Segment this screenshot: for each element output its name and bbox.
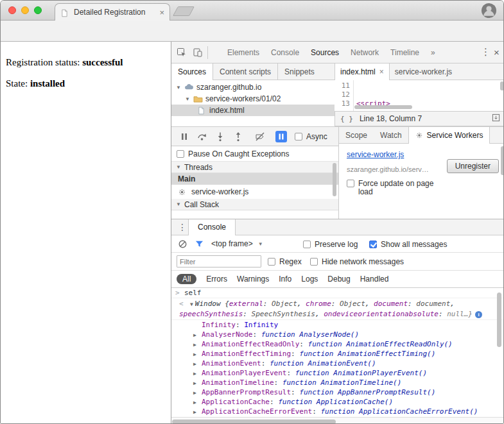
step-out-icon[interactable] (233, 131, 243, 142)
threads-section-header[interactable]: ▼ Threads (171, 162, 338, 173)
sidebar-scrollbar[interactable] (500, 145, 504, 216)
inspect-element-icon[interactable] (177, 47, 187, 58)
level-debug[interactable]: Debug (327, 275, 350, 284)
device-toolbar-icon[interactable] (193, 47, 203, 58)
object-property-row[interactable]: ▶AnimationEvent: function AnimationEvent… (171, 359, 504, 368)
object-property-row[interactable]: ▶AnimationTimeline: function AnimationTi… (171, 378, 504, 387)
devtools-close-icon[interactable]: × (494, 47, 500, 58)
level-logs[interactable]: Logs (301, 275, 318, 284)
file-tab-service-worker[interactable]: service-worker.js (390, 64, 457, 80)
pause-script-icon[interactable] (179, 131, 189, 142)
editor-vertical-scrollbar[interactable] (500, 81, 504, 103)
tree-item-folder[interactable]: ▼ service-workers/01/02 (171, 93, 335, 105)
collapse-triangle-icon[interactable]: ▼ (175, 201, 182, 207)
level-info[interactable]: Info (279, 275, 291, 284)
object-property-row[interactable]: ▶AnimationPlayerEvent: function Animatio… (171, 368, 504, 378)
object-property-row[interactable]: ▶AnimationEffectTiming: function Animati… (171, 349, 504, 359)
preserve-log-checkbox[interactable] (303, 241, 311, 248)
tree-item-file-selected[interactable]: index.html (171, 105, 335, 116)
force-update-checkbox[interactable] (347, 180, 354, 187)
expand-triangle-icon[interactable]: ▶ (193, 330, 202, 340)
browser-tab[interactable]: Detailed Registration × (55, 3, 170, 21)
hide-network-checkbox[interactable] (310, 258, 318, 266)
expand-triangle-icon[interactable]: ▶ (193, 359, 202, 369)
tree-item-origin[interactable]: ▼ szaranger.github.io (171, 81, 335, 93)
console-output[interactable]: >self <▼Window {external: Object, chrome… (171, 288, 504, 417)
step-over-icon[interactable] (197, 131, 207, 142)
frame-context-select[interactable]: <top frame> ▼ (211, 239, 263, 248)
tab-console[interactable]: Console (265, 48, 305, 57)
info-icon[interactable]: i (475, 311, 482, 318)
force-update-label: Force update on page load (358, 180, 434, 196)
console-vertical-scrollbar[interactable] (496, 290, 502, 415)
object-property-row[interactable]: ▶ApplicationCache: function ApplicationC… (171, 397, 504, 407)
regex-checkbox[interactable] (268, 258, 275, 266)
level-errors[interactable]: Errors (206, 275, 227, 284)
expand-triangle-icon[interactable]: ▶ (193, 369, 202, 378)
pause-on-exceptions-icon[interactable] (275, 131, 287, 142)
tab-timeline[interactable]: Timeline (385, 48, 425, 57)
level-handled[interactable]: Handled (360, 275, 389, 284)
devtools-menu-icon[interactable]: ⋮ (481, 46, 491, 58)
async-checkbox-row: Async (295, 132, 327, 141)
object-property-row[interactable]: ▶AnalyserNode: function AnalyserNode() (171, 330, 504, 339)
object-property-row[interactable]: ▶AppBannerPromptResult: function AppBann… (171, 387, 504, 397)
collapse-triangle-icon[interactable]: ▼ (188, 301, 195, 307)
call-stack-section-header[interactable]: ▼ Call Stack (171, 199, 338, 210)
tab-network[interactable]: Network (345, 48, 385, 57)
sidebar-tab-watch[interactable]: Watch (374, 127, 408, 143)
sidebar-tab-scope[interactable]: Scope (339, 127, 374, 143)
tab-sources[interactable]: Sources (305, 48, 345, 57)
service-worker-link[interactable]: service-worker.js (347, 150, 404, 159)
collapse-triangle-icon[interactable]: ▼ (175, 164, 182, 170)
zoom-window-button[interactable] (34, 6, 42, 14)
expand-triangle-icon[interactable]: ▶ (193, 388, 202, 398)
expand-triangle-icon[interactable]: ▶ (193, 378, 202, 388)
editor-horizontal-scrollbar[interactable] (354, 105, 499, 110)
object-property-row[interactable]: Infinity: Infinity (171, 320, 504, 330)
debugger-scrollbar[interactable] (332, 127, 337, 219)
tab-elements[interactable]: Elements (222, 48, 265, 57)
navigator-tab-content-scripts[interactable]: Content scripts (213, 64, 278, 80)
drawer-menu-icon[interactable]: ⋮ (178, 222, 187, 232)
regex-label: Regex (279, 257, 302, 266)
thread-worker-row[interactable]: service-worker.js (171, 185, 338, 199)
deactivate-breakpoints-icon[interactable] (255, 131, 265, 142)
expand-triangle-icon[interactable]: ▶ (193, 340, 202, 350)
pretty-print-icon[interactable]: { } (340, 115, 353, 123)
filter-funnel-icon[interactable] (195, 239, 204, 249)
expand-triangle-icon[interactable]: ▼ (175, 85, 182, 90)
close-window-button[interactable] (8, 6, 16, 14)
sidebar-tab-service-workers[interactable]: Service Workers (408, 127, 491, 144)
navigator-tab-snippets[interactable]: Snippets (278, 64, 321, 80)
tab-close-icon[interactable]: × (159, 8, 164, 17)
thread-main-row[interactable]: Main (171, 173, 338, 185)
console-horizontal-scrollbar[interactable] (171, 417, 504, 424)
code-editor[interactable]: 11 12 13 <script> function printState(st… (335, 80, 504, 111)
expand-triangle-icon[interactable]: ▼ (184, 96, 191, 102)
object-property-row[interactable]: ▶AnimationEffectReadOnly: function Anima… (171, 339, 504, 349)
new-tab-button[interactable] (173, 6, 195, 16)
expand-triangle-icon[interactable]: ▶ (193, 407, 202, 417)
panel-toggle-icon[interactable] (492, 114, 500, 124)
file-tab-index-html[interactable]: index.html × (335, 64, 390, 80)
expand-triangle-icon[interactable]: ▶ (193, 398, 202, 407)
clear-console-icon[interactable] (178, 239, 187, 249)
file-tab-close-icon[interactable]: × (379, 67, 384, 76)
show-all-messages-checkbox[interactable] (369, 241, 377, 248)
pause-caught-checkbox[interactable] (177, 150, 184, 158)
level-warnings[interactable]: Warnings (237, 275, 269, 284)
async-checkbox[interactable] (295, 133, 302, 140)
debugger-controls: Async (171, 127, 338, 146)
level-all[interactable]: All (177, 274, 196, 284)
expand-triangle-icon[interactable]: ▶ (193, 350, 202, 359)
tabs-overflow-chevron[interactable]: » (425, 48, 441, 57)
object-property-row[interactable]: ▶ApplicationCacheErrorEvent: function Ap… (171, 407, 504, 416)
minimize-window-button[interactable] (21, 6, 29, 14)
profile-avatar-icon[interactable] (481, 3, 497, 19)
navigator-tab-sources[interactable]: Sources (171, 64, 213, 80)
step-into-icon[interactable] (215, 131, 225, 142)
console-filter-input[interactable] (177, 255, 261, 267)
drawer-tab-console[interactable]: Console (188, 219, 236, 235)
unregister-button[interactable]: Unregister (447, 159, 499, 173)
